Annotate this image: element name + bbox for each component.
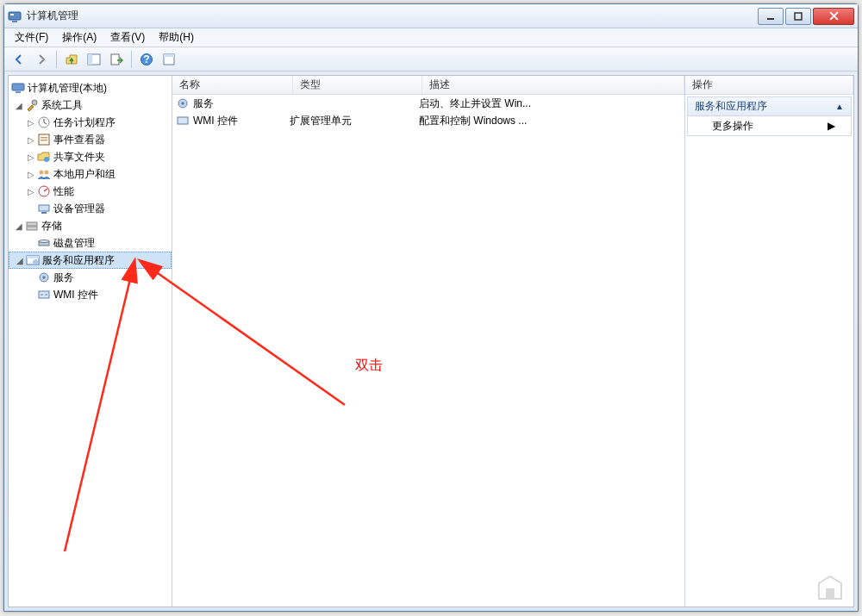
titlebar[interactable]: 计算机管理 (4, 4, 858, 28)
svg-point-22 (40, 171, 44, 175)
svg-rect-15 (16, 91, 21, 93)
app-icon (8, 9, 22, 23)
svg-rect-8 (88, 54, 92, 65)
svg-rect-4 (795, 13, 802, 20)
cell-desc: 配置和控制 Windows ... (419, 114, 681, 128)
svg-rect-19 (41, 137, 47, 139)
actions-section-head[interactable]: 服务和应用程序 ▲ (688, 97, 851, 116)
tree-label: 本地用户和组 (53, 167, 116, 182)
chevron-up-icon: ▲ (835, 102, 844, 111)
tree-item-wmi[interactable]: WMI 控件 (9, 286, 172, 303)
expand-icon[interactable]: ▷ (26, 170, 36, 179)
expand-icon[interactable]: ▷ (26, 152, 36, 162)
maximize-button[interactable] (785, 8, 811, 25)
svg-rect-39 (178, 117, 188, 124)
event-icon (37, 133, 51, 146)
services-apps-icon (26, 253, 40, 267)
list-row-services[interactable]: 服务 启动、终止并设置 Win... (172, 95, 684, 112)
svg-point-33 (33, 259, 38, 264)
forward-button[interactable] (32, 50, 51, 69)
show-hide-tree-button[interactable] (84, 50, 103, 69)
svg-rect-36 (39, 291, 49, 298)
tree-storage[interactable]: ◢存储 (9, 217, 172, 234)
menu-help[interactable]: 帮助(H) (153, 28, 199, 47)
actions-header: 操作 (685, 76, 853, 94)
tree-item-performance[interactable]: ▷性能 (9, 183, 172, 200)
tree-item-services[interactable]: 服务 (9, 269, 172, 286)
svg-rect-2 (12, 21, 17, 22)
col-name[interactable]: 名称 (172, 76, 293, 94)
list-body[interactable]: 服务 启动、终止并设置 Win... WMI 控件 扩展管理单元 配置和控制 W… (172, 95, 684, 607)
back-button[interactable] (9, 50, 28, 69)
list-header[interactable]: 名称 类型 描述 (172, 76, 684, 95)
users-icon (37, 167, 51, 181)
minimize-button[interactable] (758, 8, 784, 25)
menu-file[interactable]: 文件(F) (9, 28, 53, 47)
actions-section: 服务和应用程序 ▲ 更多操作 ▶ (687, 96, 852, 136)
svg-rect-20 (41, 140, 47, 141)
svg-rect-0 (9, 12, 21, 20)
wmi-icon (37, 288, 51, 302)
menu-view[interactable]: 查看(V) (105, 28, 150, 47)
properties-button[interactable] (159, 50, 178, 69)
col-type[interactable]: 类型 (293, 76, 422, 94)
tree-root[interactable]: 计算机管理(本地) (9, 79, 172, 96)
tree-item-local-users[interactable]: ▷本地用户和组 (9, 165, 172, 183)
clock-icon (37, 115, 51, 129)
collapse-icon[interactable]: ◢ (15, 256, 25, 265)
svg-rect-28 (27, 227, 37, 230)
annotation-label: 双击 (355, 357, 383, 375)
list-row-wmi[interactable]: WMI 控件 扩展管理单元 配置和控制 Windows ... (172, 112, 684, 129)
cell-desc: 启动、终止并设置 Win... (419, 96, 681, 111)
tree-item-disk-management[interactable]: 磁盘管理 (9, 234, 172, 252)
svg-rect-13 (164, 54, 174, 57)
actions-pane: 操作 服务和应用程序 ▲ 更多操作 ▶ (685, 76, 853, 607)
device-icon (37, 202, 51, 215)
tree-services-apps[interactable]: ◢服务和应用程序 (9, 252, 172, 269)
tree-item-task-scheduler[interactable]: ▷任务计划程序 (9, 114, 172, 131)
col-desc[interactable]: 描述 (422, 76, 684, 94)
tree-pane[interactable]: 计算机管理(本地) ◢ 系统工具 ▷任务计划程序 ▷事件查看器 ▷共享文件夹 ▷… (9, 76, 172, 607)
gear-icon (176, 96, 190, 110)
svg-point-35 (42, 276, 46, 279)
expand-icon[interactable]: ▷ (26, 135, 36, 145)
collapse-icon[interactable]: ◢ (14, 221, 24, 231)
tree-item-device-manager[interactable]: 设备管理器 (9, 200, 172, 217)
svg-rect-27 (27, 222, 37, 226)
expand-icon[interactable]: ▷ (26, 187, 36, 196)
tree-label: 事件查看器 (53, 133, 105, 147)
up-button[interactable] (62, 50, 81, 69)
tree-item-shared-folders[interactable]: ▷共享文件夹 (9, 148, 172, 165)
storage-icon (25, 219, 39, 233)
tree-system-tools[interactable]: ◢ 系统工具 (9, 96, 172, 114)
svg-point-38 (181, 102, 184, 105)
menu-action[interactable]: 操作(A) (57, 28, 102, 47)
expand-icon[interactable]: ▷ (26, 118, 36, 128)
tree-label: 系统工具 (41, 98, 83, 113)
action-more-label: 更多操作 (712, 119, 753, 134)
svg-point-30 (39, 240, 49, 243)
help-button[interactable]: ? (137, 50, 156, 69)
svg-rect-26 (41, 212, 47, 214)
export-button[interactable] (107, 50, 126, 69)
svg-text:?: ? (143, 53, 149, 65)
action-more[interactable]: 更多操作 ▶ (688, 116, 851, 135)
tree-item-event-viewer[interactable]: ▷事件查看器 (9, 131, 172, 148)
svg-rect-9 (111, 54, 119, 65)
tree-label: 服务 (53, 271, 74, 285)
tree-label: 计算机管理(本地) (28, 81, 107, 96)
toolbar-separator (56, 51, 57, 68)
tools-icon (25, 98, 39, 112)
wmi-icon (176, 114, 190, 128)
cell-type: 扩展管理单元 (290, 114, 419, 128)
svg-point-16 (32, 100, 37, 105)
collapse-icon[interactable]: ◢ (14, 101, 24, 110)
svg-rect-1 (10, 14, 14, 16)
window-frame: 计算机管理 文件(F) 操作(A) 查看(V) 帮助(H) ? (3, 3, 859, 612)
close-button[interactable] (813, 8, 854, 25)
toolbar-separator (131, 51, 132, 68)
disk-icon (37, 236, 51, 250)
performance-icon (37, 184, 51, 198)
list-pane: 名称 类型 描述 服务 启动、终止并设置 Win... WMI 控件 扩展管理单… (172, 76, 685, 607)
svg-rect-32 (27, 256, 39, 258)
